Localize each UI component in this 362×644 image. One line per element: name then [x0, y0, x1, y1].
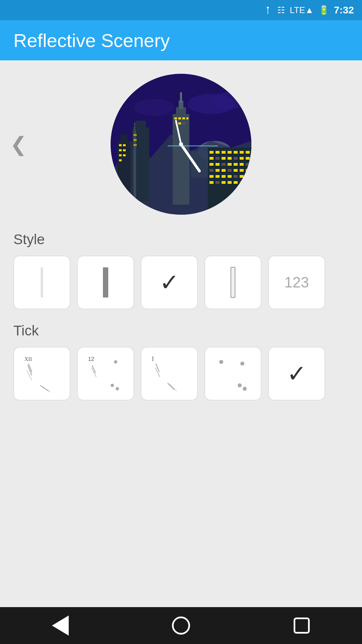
svg-point-85	[179, 142, 183, 146]
svg-rect-25	[135, 139, 136, 141]
svg-rect-77	[222, 181, 226, 184]
style-option-hollow[interactable]	[204, 256, 261, 309]
svg-rect-68	[209, 175, 214, 178]
svg-rect-10	[121, 134, 127, 144]
svg-point-102	[116, 387, 119, 390]
home-circle-icon	[172, 616, 190, 635]
svg-rect-43	[228, 151, 232, 154]
svg-rect-87	[41, 267, 43, 298]
svg-rect-65	[234, 169, 238, 172]
tick-options: XII 12	[13, 347, 349, 400]
svg-text:I: I	[152, 356, 154, 362]
svg-rect-66	[240, 169, 244, 172]
tick-option-dots[interactable]	[204, 347, 261, 400]
svg-rect-56	[222, 163, 226, 166]
svg-line-105	[155, 368, 160, 377]
style-option-medium[interactable]	[77, 256, 134, 309]
svg-rect-69	[216, 175, 220, 178]
svg-point-110	[238, 383, 242, 387]
svg-rect-57	[228, 163, 232, 166]
svg-rect-62	[216, 169, 220, 172]
svg-point-109	[240, 362, 244, 366]
svg-rect-40	[209, 151, 214, 154]
svg-rect-12	[136, 121, 146, 131]
svg-rect-41	[216, 151, 220, 154]
svg-rect-78	[228, 181, 232, 184]
svg-rect-53	[246, 157, 250, 160]
svg-rect-24	[134, 139, 135, 141]
tick-section: Tick XII 12	[0, 323, 362, 400]
svg-line-94	[27, 370, 32, 380]
nav-back-button[interactable]	[47, 612, 74, 639]
svg-point-101	[111, 384, 114, 387]
svg-rect-32	[174, 117, 177, 119]
vibrate-icon: ☷	[277, 5, 285, 15]
tick-none-check-icon: ✓	[287, 360, 307, 387]
tick-option-roman[interactable]: XII	[13, 347, 70, 400]
svg-rect-15	[119, 149, 122, 151]
svg-rect-51	[234, 157, 238, 160]
svg-rect-42	[222, 151, 226, 154]
style-option-check[interactable]: ✓	[141, 256, 198, 309]
status-icons: ⭡ ☷ LTE▲ 🔋 7:32	[264, 4, 354, 16]
svg-rect-50	[228, 157, 232, 160]
svg-rect-52	[240, 157, 244, 160]
tick-option-none[interactable]: ✓	[268, 347, 325, 400]
battery-icon: 🔋	[318, 5, 329, 15]
svg-rect-67	[246, 169, 250, 172]
svg-rect-28	[173, 114, 189, 205]
svg-rect-58	[234, 163, 238, 166]
checkmark-icon: ✓	[160, 269, 179, 296]
svg-rect-16	[123, 149, 126, 151]
svg-rect-26	[134, 144, 135, 146]
style-option-narrow[interactable]	[13, 256, 70, 309]
svg-rect-44	[234, 151, 238, 154]
svg-rect-81	[246, 181, 250, 184]
svg-rect-17	[119, 154, 122, 156]
svg-rect-38	[182, 122, 185, 124]
svg-line-96	[42, 386, 50, 392]
tick-option-roman-ticks[interactable]: I	[141, 347, 198, 400]
nav-home-button[interactable]	[168, 612, 194, 639]
tick-option-arabic-dots[interactable]: 12	[77, 347, 134, 400]
svg-rect-13	[119, 144, 122, 146]
status-bar: ⭡ ☷ LTE▲ 🔋 7:32	[0, 0, 362, 20]
clock-preview	[111, 74, 251, 215]
svg-rect-27	[135, 144, 136, 146]
nav-recents-button[interactable]	[288, 612, 315, 639]
back-button[interactable]: ❮	[10, 132, 27, 156]
svg-rect-60	[246, 163, 250, 166]
style-section: Style ✓	[0, 231, 362, 309]
svg-rect-19	[119, 159, 122, 161]
svg-rect-18	[123, 154, 126, 156]
svg-line-107	[169, 384, 177, 391]
page-title: Reflective Scenery	[13, 30, 170, 51]
back-triangle-icon	[52, 615, 69, 636]
svg-rect-47	[209, 157, 214, 160]
svg-rect-80	[240, 181, 244, 184]
svg-rect-55	[216, 163, 220, 166]
svg-text:XII: XII	[24, 356, 32, 362]
svg-rect-90	[232, 267, 234, 298]
svg-rect-73	[240, 175, 244, 178]
bluetooth-icon: ⭡	[264, 5, 273, 15]
svg-rect-70	[222, 175, 226, 178]
svg-rect-46	[246, 151, 250, 154]
svg-rect-71	[228, 175, 232, 178]
svg-rect-88	[103, 267, 108, 298]
svg-rect-22	[134, 134, 135, 136]
svg-point-111	[243, 387, 247, 391]
signal-icon: LTE▲	[290, 5, 314, 15]
time-display: 7:32	[334, 4, 354, 16]
style-label: Style	[13, 231, 349, 248]
style-option-digital[interactable]: 123	[268, 256, 325, 309]
digital-label: 123	[284, 274, 309, 291]
svg-point-98	[114, 360, 117, 364]
svg-point-2	[211, 92, 245, 109]
svg-rect-34	[182, 117, 185, 119]
recents-square-icon	[294, 618, 310, 634]
city-scene-svg	[111, 74, 251, 215]
svg-rect-21	[134, 122, 135, 132]
main-content: ❮	[0, 60, 362, 607]
app-bar: Reflective Scenery	[0, 20, 362, 60]
